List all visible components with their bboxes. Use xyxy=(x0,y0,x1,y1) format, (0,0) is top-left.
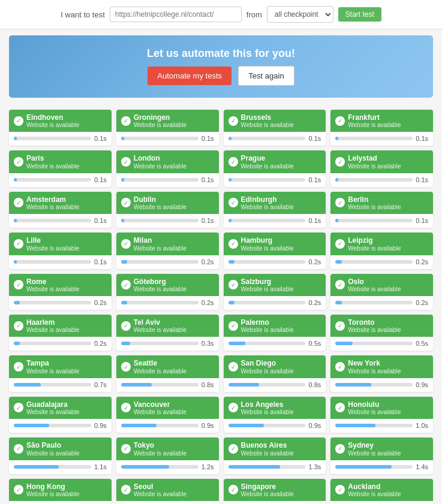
progress-bar-fill xyxy=(121,260,127,264)
card-header: ✓ Göteborg Website is available xyxy=(116,274,219,296)
city-name: São Paulo xyxy=(26,441,79,449)
card-body: 0.2s xyxy=(224,296,326,310)
check-icon: ✓ xyxy=(228,239,238,249)
progress-bar-bg xyxy=(335,178,413,182)
card-body: 0.1s xyxy=(224,173,326,187)
city-name: Leipzig xyxy=(348,236,401,245)
city-status: Website is available xyxy=(348,327,401,333)
card-body: 0.1s xyxy=(224,132,326,146)
progress-bar-fill xyxy=(228,342,245,345)
progress-bar-bg xyxy=(228,178,306,182)
card-header: ✓ Amsterdam Website is available xyxy=(9,192,112,214)
time-label: 0.1s xyxy=(308,176,321,183)
progress-bar-fill xyxy=(14,301,20,304)
card-header: ✓ Salzburg Website is available xyxy=(224,274,326,296)
time-label: 0.8s xyxy=(308,381,321,388)
city-name: Toronto xyxy=(348,318,401,327)
check-icon: ✓ xyxy=(335,321,345,331)
card-header: ✓ London Website is available xyxy=(116,150,219,173)
progress-bar-bg xyxy=(335,424,413,427)
check-icon: ✓ xyxy=(121,198,131,207)
card-body: 0.5s xyxy=(224,337,326,351)
check-icon: ✓ xyxy=(121,157,131,167)
time-label: 0.1s xyxy=(416,217,428,224)
card-body: 0.3s xyxy=(116,337,219,351)
progress-container: 0.2s xyxy=(228,299,321,306)
card-header: ✓ Tampa Website is available xyxy=(9,355,112,378)
check-icon: ✓ xyxy=(14,280,23,289)
progress-bar-fill xyxy=(14,137,17,140)
time-label: 1.2s xyxy=(202,463,214,470)
city-status: Website is available xyxy=(134,163,187,170)
progress-bar-bg xyxy=(121,178,199,182)
card-body: 0.2s xyxy=(116,255,219,269)
progress-bar-fill xyxy=(121,424,157,427)
progress-bar-fill xyxy=(121,219,124,222)
progress-container: 0.5s xyxy=(335,340,428,347)
card-body: 0.1s xyxy=(116,132,219,146)
progress-container: 0.1s xyxy=(228,135,321,142)
time-label: 0.2s xyxy=(308,299,321,306)
time-label: 0.5s xyxy=(416,340,428,347)
progress-container: 0.2s xyxy=(14,340,107,347)
time-label: 0.1s xyxy=(202,176,214,183)
result-card: ✓ Lelystad Website is available 0.1s xyxy=(330,150,433,186)
checkpoint-select[interactable]: all checkpoint xyxy=(267,6,333,23)
city-name: Groningen xyxy=(134,113,187,122)
city-name: Tokyo xyxy=(134,441,187,449)
time-label: 0.2s xyxy=(202,299,214,306)
time-label: 0.9s xyxy=(94,422,107,429)
check-icon: ✓ xyxy=(14,362,23,372)
progress-bar-bg xyxy=(335,260,413,264)
city-status: Website is available xyxy=(241,286,294,292)
check-icon: ✓ xyxy=(14,198,23,207)
card-header: ✓ Frankfurt Website is available xyxy=(330,110,433,132)
city-name: Haarlem xyxy=(26,318,79,327)
result-card: ✓ Eindhoven Website is available 0.1s xyxy=(9,110,112,146)
time-label: 0.1s xyxy=(308,217,321,224)
progress-bar-bg xyxy=(121,301,199,304)
progress-bar-bg xyxy=(14,137,91,140)
test-again-button[interactable]: Test again xyxy=(238,66,294,86)
result-card: ✓ Rome Website is available 0.2s xyxy=(9,274,112,310)
card-header: ✓ Prague Website is available xyxy=(224,150,326,173)
progress-container: 0.1s xyxy=(228,176,321,183)
card-header: ✓ Tel Aviv Website is available xyxy=(116,315,219,337)
result-card: ✓ Brussels Website is available 0.1s xyxy=(224,110,326,146)
result-card: ✓ Auckland Website is available 1.5s xyxy=(330,479,433,504)
card-header: ✓ Toronto Website is available xyxy=(330,315,433,337)
progress-container: 0.1s xyxy=(335,176,428,183)
time-label: 1.4s xyxy=(416,463,428,470)
progress-bar-bg xyxy=(335,137,413,140)
start-test-button[interactable]: Start test xyxy=(338,7,381,22)
banner-title: Let us automate this for you! xyxy=(21,47,421,60)
progress-bar-bg xyxy=(121,465,199,469)
check-icon: ✓ xyxy=(121,485,131,494)
result-card: ✓ Seoul Website is available 1.5s xyxy=(116,479,219,504)
progress-container: 0.1s xyxy=(335,217,428,224)
city-name: Guadalajara xyxy=(26,400,79,409)
time-label: 0.1s xyxy=(416,135,428,142)
card-header: ✓ Paris Website is available xyxy=(9,150,112,173)
url-input[interactable] xyxy=(110,7,242,22)
card-body: 0.8s xyxy=(224,378,326,392)
card-header: ✓ Milan Website is available xyxy=(116,233,219,255)
automate-button[interactable]: Automate my tests xyxy=(148,67,231,85)
result-card: ✓ Tampa Website is available 0.7s xyxy=(9,355,112,391)
check-icon: ✓ xyxy=(121,444,131,454)
check-icon: ✓ xyxy=(228,198,238,207)
card-body: 1.4s xyxy=(9,501,112,504)
city-name: Auckland xyxy=(348,482,401,491)
check-icon: ✓ xyxy=(335,362,345,372)
city-name: Tel Aviv xyxy=(134,318,187,327)
card-body: 1.5s xyxy=(116,501,219,504)
progress-container: 0.1s xyxy=(14,217,107,224)
card-body: 0.1s xyxy=(9,214,112,228)
city-status: Website is available xyxy=(348,245,401,252)
city-name: Frankfurt xyxy=(348,113,401,122)
city-status: Website is available xyxy=(348,122,401,128)
progress-bar-fill xyxy=(121,178,124,182)
check-icon: ✓ xyxy=(228,444,238,454)
time-label: 0.1s xyxy=(416,176,428,183)
card-header: ✓ Hamburg Website is available xyxy=(224,233,326,255)
